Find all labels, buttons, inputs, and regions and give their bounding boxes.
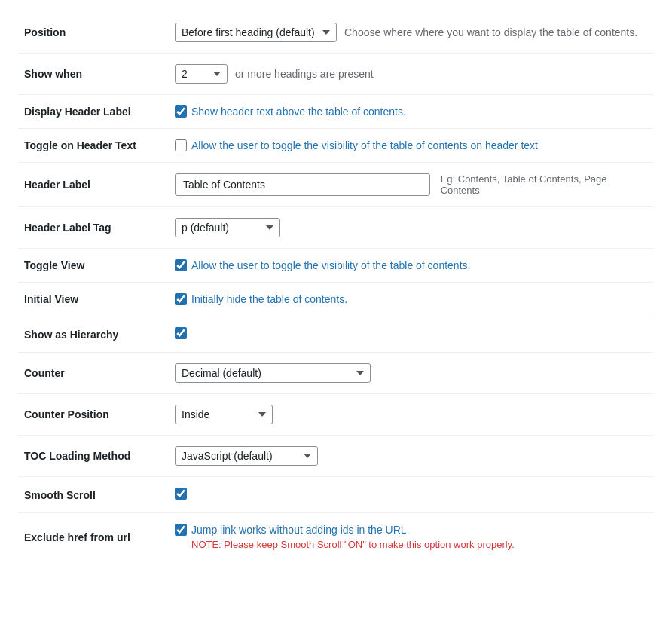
checkbox-label-initial-view[interactable]: Initially hide the table of contents.: [175, 293, 648, 305]
control-header-label: Eg: Contents, Table of Contents, Page Co…: [169, 163, 654, 207]
label-exclude-href: Exclude href from url: [18, 513, 169, 561]
control-smooth-scroll: [169, 477, 654, 513]
label-position: Position: [18, 12, 169, 54]
checkbox-note-wrapper-exclude-href: Jump link works without adding ids in th…: [175, 524, 648, 550]
checkbox-label-exclude-href[interactable]: Jump link works without adding ids in th…: [175, 524, 648, 536]
control-show-as-hierarchy: [169, 316, 654, 353]
control-initial-view: Initially hide the table of contents.: [169, 283, 654, 316]
label-toc-loading-method: TOC Loading Method: [18, 436, 169, 477]
settings-table: PositionBefore first heading (default)Af…: [18, 12, 654, 561]
label-smooth-scroll: Smooth Scroll: [18, 477, 169, 513]
settings-row-initial-view: Initial ViewInitially hide the table of …: [18, 283, 654, 316]
checkbox-label-display-header-label[interactable]: Show header text above the table of cont…: [175, 106, 648, 118]
checkbox-text-initial-view: Initially hide the table of contents.: [191, 293, 347, 305]
checkbox-exclude-href[interactable]: [175, 524, 187, 536]
settings-row-smooth-scroll: Smooth Scroll: [18, 477, 654, 513]
label-toggle-on-header-text: Toggle on Header Text: [18, 129, 169, 163]
checkbox-initial-view[interactable]: [175, 293, 187, 305]
eg-text-header-label: Eg: Contents, Table of Contents, Page Co…: [441, 173, 648, 196]
settings-row-show-as-hierarchy: Show as Hierarchy: [18, 316, 654, 353]
settings-row-display-header-label: Display Header LabelShow header text abo…: [18, 95, 654, 129]
control-counter-position: InsideOutside: [169, 394, 654, 436]
checkbox-label-toggle-on-header-text[interactable]: Allow the user to toggle the visibility …: [175, 139, 648, 151]
settings-row-toc-loading-method: TOC Loading MethodJavaScript (default)PH…: [18, 436, 654, 477]
label-counter: Counter: [18, 353, 169, 394]
control-toggle-view: Allow the user to toggle the visibility …: [169, 249, 654, 283]
select-header-label-tag[interactable]: p (default)h1h2h3h4h5h6divspan: [175, 218, 280, 237]
select-counter-position[interactable]: InsideOutside: [175, 405, 273, 424]
settings-row-toggle-view: Toggle ViewAllow the user to toggle the …: [18, 249, 654, 283]
select-position[interactable]: Before first heading (default)After firs…: [175, 23, 337, 42]
checkbox-text-exclude-href: Jump link works without adding ids in th…: [191, 524, 407, 536]
select-toc-loading-method[interactable]: JavaScript (default)PHP: [175, 446, 318, 466]
control-header-label-tag: p (default)h1h2h3h4h5h6divspan: [169, 207, 654, 249]
text-input-header-label[interactable]: [175, 173, 430, 196]
control-toggle-on-header-text: Allow the user to toggle the visibility …: [169, 129, 654, 163]
checkbox-toggle-on-header-text[interactable]: [175, 139, 187, 151]
label-display-header-label: Display Header Label: [18, 95, 169, 129]
checkbox-show-as-hierarchy[interactable]: [175, 327, 187, 339]
label-header-label-tag: Header Label Tag: [18, 207, 169, 249]
label-initial-view: Initial View: [18, 283, 169, 316]
settings-row-header-label: Header LabelEg: Contents, Table of Conte…: [18, 163, 654, 207]
checkbox-text-toggle-on-header-text: Allow the user to toggle the visibility …: [191, 139, 538, 151]
label-header-label: Header Label: [18, 163, 169, 207]
settings-row-exclude-href: Exclude href from urlJump link works wit…: [18, 513, 654, 561]
settings-row-show-when: Show when21345or more headings are prese…: [18, 54, 654, 95]
label-show-as-hierarchy: Show as Hierarchy: [18, 316, 169, 353]
checkbox-smooth-scroll[interactable]: [175, 488, 187, 500]
settings-row-position: PositionBefore first heading (default)Af…: [18, 12, 654, 54]
control-display-header-label: Show header text above the table of cont…: [169, 95, 654, 129]
hint-position: Choose where where you want to display t…: [344, 26, 637, 38]
control-position: Before first heading (default)After firs…: [169, 12, 654, 54]
label-counter-position: Counter Position: [18, 394, 169, 436]
label-toggle-view: Toggle View: [18, 249, 169, 283]
select-counter[interactable]: Decimal (default)NoneDecimal leading zer…: [175, 363, 371, 383]
settings-row-toggle-on-header-text: Toggle on Header TextAllow the user to t…: [18, 129, 654, 163]
settings-row-counter-position: Counter PositionInsideOutside: [18, 394, 654, 436]
control-counter: Decimal (default)NoneDecimal leading zer…: [169, 353, 654, 394]
checkbox-display-header-label[interactable]: [175, 106, 187, 118]
checkbox-text-toggle-view: Allow the user to toggle the visibility …: [191, 259, 470, 271]
control-exclude-href: Jump link works without adding ids in th…: [169, 513, 654, 561]
settings-row-counter: CounterDecimal (default)NoneDecimal lead…: [18, 353, 654, 394]
checkbox-label-toggle-view[interactable]: Allow the user to toggle the visibility …: [175, 259, 648, 271]
select-show-when[interactable]: 21345: [175, 64, 228, 84]
settings-row-header-label-tag: Header Label Tagp (default)h1h2h3h4h5h6d…: [18, 207, 654, 249]
note-exclude-href: NOTE: Please keep Smooth Scroll "ON" to …: [191, 539, 648, 550]
label-show-when: Show when: [18, 54, 169, 95]
control-show-when: 21345or more headings are present: [169, 54, 654, 95]
after-text-show-when: or more headings are present: [235, 68, 374, 80]
checkbox-text-display-header-label: Show header text above the table of cont…: [191, 106, 406, 118]
control-toc-loading-method: JavaScript (default)PHP: [169, 436, 654, 477]
checkbox-toggle-view[interactable]: [175, 259, 187, 271]
